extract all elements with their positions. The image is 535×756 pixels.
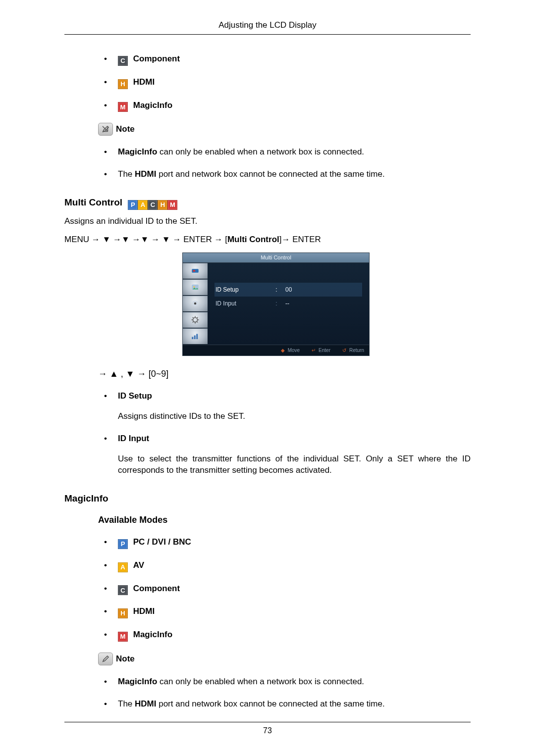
svg-rect-1 <box>193 270 196 272</box>
mode-item-pc: P PC / DVI / BNC <box>104 537 471 549</box>
top-mode-list: C Component H HDMI M MagicInfo <box>104 53 471 112</box>
nav-mid: Multi Control <box>227 235 279 244</box>
note-heading: Note <box>98 653 471 665</box>
item-title: ID Setup <box>118 391 152 401</box>
osd-title: Multi Control <box>182 252 370 262</box>
mode-item-hdmi: H HDMI <box>104 77 471 89</box>
multi-control-items: ID Setup Assigns distinctive IDs to the … <box>104 391 471 476</box>
osd-value: 00 <box>280 286 361 294</box>
section-magicinfo: MagicInfo <box>64 492 471 505</box>
svg-rect-9 <box>196 334 198 340</box>
mode-item-magicinfo: M MagicInfo <box>104 629 471 642</box>
a-mode-icon: A <box>138 200 148 210</box>
move-glyph-icon: ◆ <box>281 347 285 354</box>
osd-tab-input-icon <box>183 263 208 279</box>
note-item: MagicInfo can only be enabled when a net… <box>104 676 471 688</box>
page-header: Adjusting the LCD Display <box>64 20 471 35</box>
section-mode-badges: PACHM <box>128 197 177 207</box>
osd-foot-label: Enter <box>319 347 330 354</box>
hdmi-mode-icon: H <box>118 79 128 89</box>
nav-post: ]→ ENTER <box>279 235 321 244</box>
mode-label: MagicInfo <box>133 101 172 110</box>
mode-label: MagicInfo <box>133 630 172 639</box>
note-text: port and network box cannot be connected… <box>156 169 384 179</box>
note-text: can only be enabled when a network box i… <box>157 677 364 686</box>
component-mode-icon: C <box>118 56 128 66</box>
osd-tab-sound-icon <box>183 296 208 312</box>
osd-tab-picture-icon <box>183 279 208 296</box>
mode-label: Component <box>133 584 180 593</box>
osd-tab-multi-icon <box>183 328 208 345</box>
mode-item-hdmi: H HDMI <box>104 606 471 618</box>
osd-tab-strip <box>183 263 208 345</box>
osd-foot-label: Move <box>288 347 300 354</box>
multi-control-intro: Assigns an individual ID to the SET. <box>64 216 471 227</box>
section-multi-control: Multi Control PACHM <box>64 196 471 210</box>
svg-point-5 <box>194 302 197 305</box>
item-desc: Assigns distinctive IDs to the SET. <box>118 411 471 422</box>
svg-rect-8 <box>194 336 196 340</box>
svg-rect-7 <box>192 337 193 340</box>
nav-pre: MENU → ▼ →▼ →▼ → ▼ → ENTER → [ <box>64 235 227 244</box>
note-label: Note <box>116 124 135 135</box>
osd-label: ID Input <box>215 300 272 307</box>
note-item: The HDMI port and network box cannot be … <box>104 169 471 180</box>
note-text: can only be enabled when a network box i… <box>157 147 364 156</box>
osd-row-id-input: ID Input : -- <box>214 297 362 310</box>
item-id-setup: ID Setup Assigns distinctive IDs to the … <box>104 391 471 422</box>
menu-nav-path: MENU → ▼ →▼ →▼ → ▼ → ENTER → [Multi Cont… <box>64 234 471 246</box>
item-title: ID Input <box>118 434 149 443</box>
arrow-range: → ▲ , ▼ → [0~9] <box>98 368 471 380</box>
note-list: MagicInfo can only be enabled when a net… <box>104 147 471 180</box>
note-strong: HDMI <box>135 699 156 708</box>
magicinfo-mode-list: P PC / DVI / BNC A AV C Component H HDMI… <box>104 537 471 642</box>
osd-footer: ◆Move ↵Enter ↺Return <box>182 345 370 356</box>
h-mode-icon: H <box>158 200 167 210</box>
pc-mode-icon: P <box>118 539 128 549</box>
page-footer: 73 <box>64 722 471 736</box>
note-icon <box>98 653 113 665</box>
note-item: The HDMI port and network box cannot be … <box>104 699 471 710</box>
osd-foot-move: ◆Move <box>281 347 300 354</box>
mode-item-magicinfo: M MagicInfo <box>104 100 471 112</box>
osd-foot-label: Return <box>349 347 364 354</box>
return-glyph-icon: ↺ <box>342 347 346 354</box>
note-label: Note <box>116 654 135 665</box>
item-id-input: ID Input Use to select the transmitter f… <box>104 433 471 476</box>
c-mode-icon: C <box>148 200 158 210</box>
note-list: MagicInfo can only be enabled when a net… <box>104 676 471 710</box>
av-mode-icon: A <box>118 562 128 572</box>
osd-body: ID Setup : 00 ID Input : -- <box>182 262 370 345</box>
note-strong: MagicInfo <box>118 147 157 156</box>
note-item: MagicInfo can only be enabled when a net… <box>104 147 471 158</box>
p-mode-icon: P <box>128 200 138 210</box>
mode-label: Component <box>133 54 180 63</box>
section-title: Multi Control <box>64 197 122 207</box>
magicinfo-mode-icon: M <box>118 102 128 112</box>
osd-screenshot: Multi Control ID Setup : 00 ID Input : -… <box>182 252 370 356</box>
note-text: port and network box cannot be connected… <box>156 699 384 708</box>
m-mode-icon: M <box>167 200 177 210</box>
osd-row-id-setup: ID Setup : 00 <box>214 283 362 297</box>
mode-label: HDMI <box>133 606 155 616</box>
note-text: The <box>118 699 135 708</box>
mode-item-component: C Component <box>104 53 471 66</box>
page: Adjusting the LCD Display C Component H … <box>0 0 535 756</box>
osd-value: -- <box>280 300 361 307</box>
svg-point-6 <box>193 318 198 322</box>
page-number: 73 <box>263 726 272 735</box>
hdmi-mode-icon: H <box>118 608 128 618</box>
component-mode-icon: C <box>118 585 128 595</box>
magicinfo-mode-icon: M <box>118 632 128 642</box>
note-strong: MagicInfo <box>118 677 157 686</box>
mode-label: AV <box>133 560 144 570</box>
note-strong: HDMI <box>135 169 156 179</box>
osd-foot-enter: ↵Enter <box>312 347 330 354</box>
osd-colon: : <box>272 300 280 307</box>
osd-tab-setup-icon <box>183 312 208 328</box>
enter-glyph-icon: ↵ <box>312 347 316 354</box>
svg-point-3 <box>193 286 195 288</box>
osd-label: ID Setup <box>215 286 272 294</box>
item-desc: Use to select the transmitter functions … <box>118 454 471 476</box>
osd-panel: ID Setup : 00 ID Input : -- <box>208 263 369 345</box>
